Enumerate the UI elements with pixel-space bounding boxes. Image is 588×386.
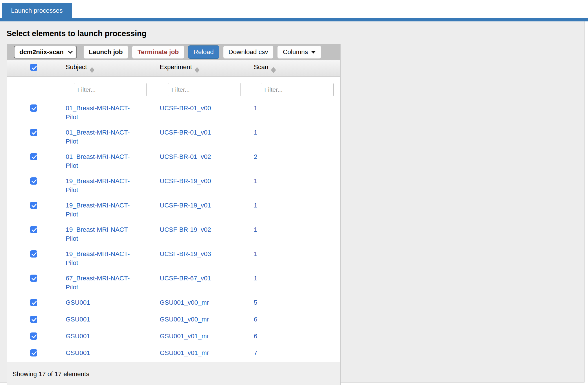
reload-button[interactable]: Reload	[188, 45, 219, 59]
subject-link[interactable]: 19_Breast-MRI-NACT-Pilot	[66, 225, 133, 243]
page-title: Select elements to launch processing	[0, 21, 584, 44]
row-checkbox[interactable]	[30, 129, 37, 136]
experiment-link[interactable]: UCSF-BR-19_v00	[160, 177, 211, 185]
sort-icon[interactable]	[90, 67, 94, 73]
experiment-link[interactable]: UCSF-BR-19_v01	[160, 202, 211, 209]
elements-table: Subject Experiment Scan 01_Breast-MRI	[7, 60, 340, 362]
experiment-filter-input[interactable]	[168, 83, 241, 96]
table-header-row: Subject Experiment Scan	[7, 60, 340, 76]
process-select-value: dcm2niix-scan	[19, 48, 64, 56]
experiment-link[interactable]: GSU001_v00_mr	[160, 316, 209, 323]
subject-link[interactable]: GSU001	[66, 348, 90, 357]
table-row: 19_Breast-MRI-NACT-PilotUCSF-BR-19_v031	[7, 246, 340, 271]
experiment-link[interactable]: GSU001_v00_mr	[160, 299, 209, 306]
scan-link[interactable]: 6	[254, 316, 257, 323]
subject-link[interactable]: 01_Breast-MRI-NACT-Pilot	[66, 128, 133, 146]
experiment-link[interactable]: UCSF-BR-01_v00	[160, 104, 211, 112]
table-row: 01_Breast-MRI-NACT-PilotUCSF-BR-01_v022	[7, 149, 340, 173]
experiment-link[interactable]: GSU001_v01_mr	[160, 349, 209, 356]
scan-filter-input[interactable]	[261, 83, 334, 96]
column-header-experiment[interactable]: Experiment	[155, 60, 249, 76]
experiment-link[interactable]: UCSF-BR-67_v01	[160, 275, 211, 282]
row-checkbox[interactable]	[30, 202, 37, 209]
row-checkbox[interactable]	[30, 299, 37, 306]
scan-link[interactable]: 1	[254, 226, 257, 233]
row-checkbox[interactable]	[30, 275, 37, 282]
table-row: 19_Breast-MRI-NACT-PilotUCSF-BR-19_v011	[7, 198, 340, 222]
tab-accent-bar	[0, 18, 588, 21]
table-row: GSU001GSU001_v00_mr5	[7, 295, 340, 312]
subject-filter-input[interactable]	[74, 83, 147, 96]
subject-link[interactable]: GSU001	[66, 315, 90, 324]
scan-link[interactable]: 1	[254, 250, 257, 258]
subject-link[interactable]: 19_Breast-MRI-NACT-Pilot	[66, 201, 133, 219]
sort-icon[interactable]	[271, 67, 276, 73]
scan-link[interactable]: 1	[254, 177, 257, 185]
toolbar: dcm2niix-scan Launch job Terminate job R…	[7, 44, 340, 60]
columns-button[interactable]: Columns	[277, 45, 321, 59]
row-checkbox[interactable]	[30, 349, 37, 356]
scan-link[interactable]: 1	[254, 275, 257, 282]
experiment-link[interactable]: GSU001_v01_mr	[160, 332, 209, 340]
row-checkbox[interactable]	[30, 250, 37, 258]
scan-link[interactable]: 2	[254, 153, 257, 160]
column-header-subject[interactable]: Subject	[60, 60, 155, 76]
row-checkbox[interactable]	[30, 153, 37, 160]
table-row: 19_Breast-MRI-NACT-PilotUCSF-BR-19_v001	[7, 173, 340, 198]
scan-link[interactable]: 5	[254, 299, 257, 306]
subject-link[interactable]: 19_Breast-MRI-NACT-Pilot	[66, 249, 133, 267]
table-filter-row	[7, 76, 340, 100]
scan-link[interactable]: 1	[254, 129, 257, 136]
sort-icon[interactable]	[195, 67, 199, 73]
row-checkbox[interactable]	[30, 316, 37, 323]
scan-link[interactable]: 6	[254, 332, 257, 340]
content-area: Select elements to launch processing dcm…	[0, 21, 585, 383]
launch-job-button[interactable]: Launch job	[83, 45, 128, 59]
table-body: 01_Breast-MRI-NACT-PilotUCSF-BR-01_v0010…	[7, 100, 340, 362]
caret-down-icon	[311, 51, 316, 54]
subject-link[interactable]: GSU001	[66, 298, 90, 307]
subject-link[interactable]: 67_Breast-MRI-NACT-Pilot	[66, 274, 133, 292]
table-row: 19_Breast-MRI-NACT-PilotUCSF-BR-19_v021	[7, 222, 340, 246]
table-row: 67_Breast-MRI-NACT-PilotUCSF-BR-67_v011	[7, 271, 340, 295]
chevron-down-icon	[68, 49, 73, 54]
subject-link[interactable]: GSU001	[66, 332, 90, 341]
scan-link[interactable]: 7	[254, 349, 257, 356]
subject-link[interactable]: 19_Breast-MRI-NACT-Pilot	[66, 177, 133, 194]
experiment-link[interactable]: UCSF-BR-01_v02	[160, 153, 211, 160]
row-checkbox[interactable]	[30, 226, 37, 233]
process-select[interactable]: dcm2niix-scan	[14, 46, 77, 58]
table-row: GSU001GSU001_v01_mr6	[7, 328, 340, 345]
tab-label: Launch processes	[11, 7, 63, 14]
download-csv-button[interactable]: Download csv	[223, 45, 274, 59]
scan-link[interactable]: 1	[254, 104, 257, 112]
terminate-job-button[interactable]: Terminate job	[132, 45, 184, 59]
scan-link[interactable]: 1	[254, 202, 257, 209]
subject-link[interactable]: 01_Breast-MRI-NACT-Pilot	[66, 152, 133, 170]
experiment-link[interactable]: UCSF-BR-19_v02	[160, 226, 211, 233]
table-row: GSU001GSU001_v00_mr6	[7, 312, 340, 328]
tab-launch-processes[interactable]: Launch processes	[2, 3, 72, 18]
subject-link[interactable]: 01_Breast-MRI-NACT-Pilot	[66, 104, 133, 122]
experiment-link[interactable]: UCSF-BR-01_v01	[160, 129, 211, 136]
table-row: 01_Breast-MRI-NACT-PilotUCSF-BR-01_v001	[7, 100, 340, 125]
experiment-link[interactable]: UCSF-BR-19_v03	[160, 250, 211, 258]
row-checkbox[interactable]	[30, 104, 37, 112]
row-checkbox[interactable]	[30, 332, 37, 340]
table-row: 01_Breast-MRI-NACT-PilotUCSF-BR-01_v011	[7, 125, 340, 149]
results-count: Showing 17 of 17 elements	[7, 362, 340, 385]
select-all-checkbox[interactable]	[30, 64, 37, 71]
column-header-scan[interactable]: Scan	[249, 60, 340, 76]
tab-strip: Launch processes	[0, 0, 588, 18]
table-row: GSU001GSU001_v01_mr7	[7, 345, 340, 362]
row-checkbox[interactable]	[30, 177, 37, 185]
launch-panel: dcm2niix-scan Launch job Terminate job R…	[7, 44, 341, 385]
